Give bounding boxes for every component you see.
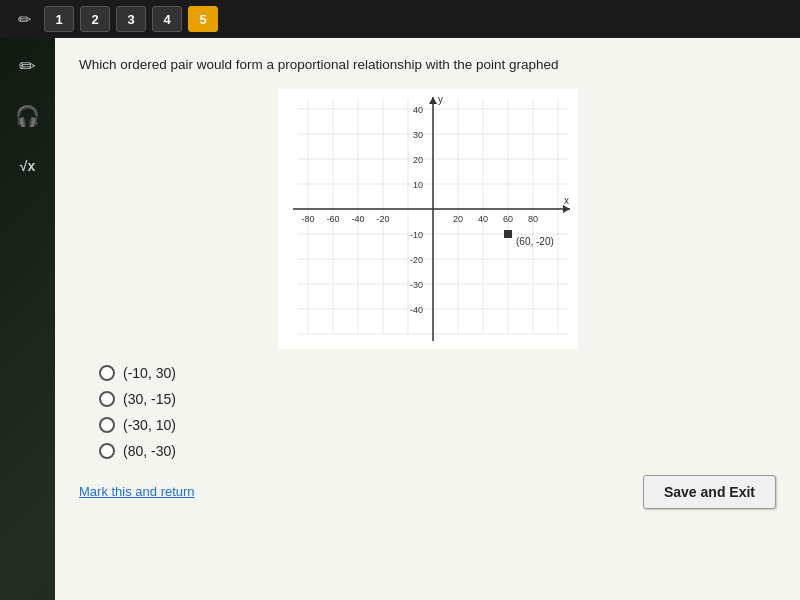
svg-text:-30: -30 — [409, 280, 422, 290]
coordinate-graph: 40 30 20 10 -10 -20 -30 -40 y x -80 -60 … — [278, 89, 578, 349]
svg-marker-24 — [429, 97, 437, 104]
svg-text:x: x — [564, 195, 569, 206]
graph-point — [504, 230, 512, 238]
tab-4[interactable]: 4 — [152, 6, 182, 32]
point-label: (60, -20) — [516, 236, 554, 247]
svg-text:-40: -40 — [351, 214, 364, 224]
question-text: Which ordered pair would form a proporti… — [79, 56, 776, 75]
svg-text:-20: -20 — [376, 214, 389, 224]
svg-text:40: 40 — [477, 214, 487, 224]
choice-2-label: (30, -15) — [123, 391, 176, 407]
tab-2[interactable]: 2 — [80, 6, 110, 32]
mark-return-link[interactable]: Mark this and return — [79, 484, 195, 499]
pencil-tool-icon[interactable]: ✏ — [10, 5, 38, 33]
graph-container: 40 30 20 10 -10 -20 -30 -40 y x -80 -60 … — [79, 89, 776, 349]
sidebar: ✏ 🎧 √x — [0, 38, 55, 600]
radio-3[interactable] — [99, 417, 115, 433]
choice-1[interactable]: (-10, 30) — [99, 365, 776, 381]
choice-3-label: (-30, 10) — [123, 417, 176, 433]
choice-1-label: (-10, 30) — [123, 365, 176, 381]
pencil-icon[interactable]: ✏ — [10, 48, 46, 84]
answer-choices: (-10, 30) (30, -15) (-30, 10) (80, -30) — [99, 365, 776, 459]
choice-2[interactable]: (30, -15) — [99, 391, 776, 407]
choice-3[interactable]: (-30, 10) — [99, 417, 776, 433]
svg-text:60: 60 — [502, 214, 512, 224]
svg-marker-23 — [563, 205, 570, 213]
svg-text:20: 20 — [412, 155, 422, 165]
svg-text:20: 20 — [452, 214, 462, 224]
tab-5[interactable]: 5 — [188, 6, 218, 32]
radio-2[interactable] — [99, 391, 115, 407]
svg-text:y: y — [438, 94, 443, 105]
footer: Mark this and return Save and Exit — [79, 475, 776, 509]
svg-text:30: 30 — [412, 130, 422, 140]
choice-4[interactable]: (80, -30) — [99, 443, 776, 459]
tab-3[interactable]: 3 — [116, 6, 146, 32]
radio-1[interactable] — [99, 365, 115, 381]
svg-text:80: 80 — [527, 214, 537, 224]
svg-text:-10: -10 — [409, 230, 422, 240]
headphones-icon[interactable]: 🎧 — [10, 98, 46, 134]
sqrt-icon[interactable]: √x — [10, 148, 46, 184]
svg-text:-80: -80 — [301, 214, 314, 224]
svg-text:-20: -20 — [409, 255, 422, 265]
choice-4-label: (80, -30) — [123, 443, 176, 459]
toolbar: ✏ 1 2 3 4 5 — [0, 0, 800, 38]
svg-text:40: 40 — [412, 105, 422, 115]
svg-text:-60: -60 — [326, 214, 339, 224]
radio-4[interactable] — [99, 443, 115, 459]
tab-1[interactable]: 1 — [44, 6, 74, 32]
save-exit-button[interactable]: Save and Exit — [643, 475, 776, 509]
content-card: Which ordered pair would form a proporti… — [55, 38, 800, 600]
svg-text:10: 10 — [412, 180, 422, 190]
svg-text:-40: -40 — [409, 305, 422, 315]
